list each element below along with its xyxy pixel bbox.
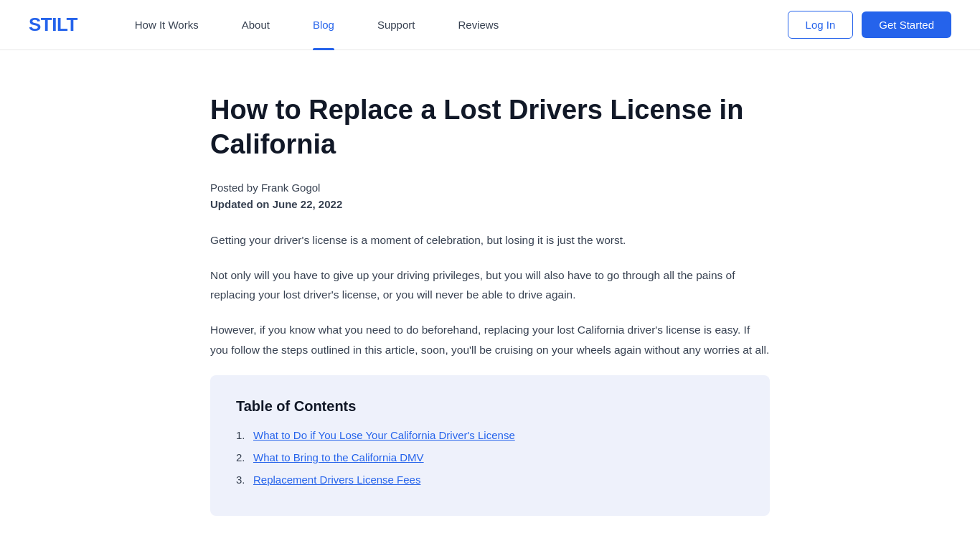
login-button[interactable]: Log In	[788, 11, 854, 39]
nav-link-blog[interactable]: Blog	[291, 0, 356, 50]
posted-by: Posted by Frank Gogol	[210, 182, 770, 194]
post-meta: Posted by Frank Gogol Updated on June 22…	[210, 182, 770, 210]
main-nav: How It WorksAboutBlogSupportReviews	[113, 0, 788, 50]
nav-link-support[interactable]: Support	[356, 0, 437, 50]
article-paragraph: However, if you know what you need to do…	[210, 320, 770, 359]
toc-item: What to Do if You Lose Your California D…	[236, 429, 744, 441]
nav-link-about[interactable]: About	[220, 0, 291, 50]
article-paragraph: Getting your driver's license is a momen…	[210, 230, 770, 250]
updated-on: Updated on June 22, 2022	[210, 198, 770, 210]
toc-title: Table of Contents	[236, 398, 744, 415]
nav-link-how-it-works[interactable]: How It Works	[113, 0, 220, 50]
article-paragraph: Not only will you have to give up your d…	[210, 265, 770, 304]
site-logo[interactable]: STILT	[29, 14, 77, 36]
article-body: Getting your driver's license is a momen…	[210, 230, 770, 359]
header-buttons: Log In Get Started	[788, 11, 951, 39]
toc-item: Replacement Drivers License Fees	[236, 474, 744, 486]
table-of-contents: Table of Contents What to Do if You Lose…	[210, 375, 770, 516]
toc-link[interactable]: What to Do if You Lose Your California D…	[253, 429, 515, 441]
nav-link-reviews[interactable]: Reviews	[436, 0, 520, 50]
toc-item: What to Bring to the California DMV	[236, 451, 744, 463]
toc-list: What to Do if You Lose Your California D…	[236, 429, 744, 486]
toc-link[interactable]: Replacement Drivers License Fees	[253, 474, 420, 486]
get-started-button[interactable]: Get Started	[862, 11, 951, 38]
site-header: STILT How It WorksAboutBlogSupportReview…	[0, 0, 980, 50]
article-title: How to Replace a Lost Drivers License in…	[210, 93, 770, 161]
article-main: How to Replace a Lost Drivers License in…	[196, 50, 784, 551]
toc-link[interactable]: What to Bring to the California DMV	[253, 451, 424, 463]
